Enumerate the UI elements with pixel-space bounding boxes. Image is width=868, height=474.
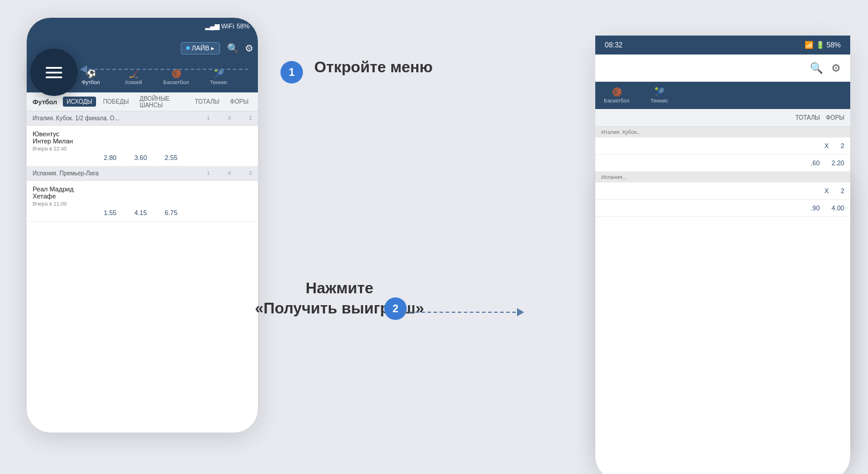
odds-col-xb: X <box>228 170 231 176</box>
odd-1-1[interactable]: 2.80 <box>104 154 116 161</box>
signal-icon: ▂▄▆ WiFi <box>205 23 234 30</box>
tennis-label2: Теннис <box>650 98 668 104</box>
step1-badge: 1 <box>280 61 303 84</box>
filter-pobedy[interactable]: ПОБЕДЫ <box>100 97 133 107</box>
odds-col-2: 2 <box>249 115 252 121</box>
match-odds-1: 2.80 3.60 2.55 <box>33 154 252 161</box>
partial-odd-x3[interactable]: X <box>825 187 829 194</box>
match-time-2: Вчера в 21:00 <box>33 201 252 207</box>
partial-odds-row1: X 2 <box>595 137 850 155</box>
partial-league-header: Италия. Кубок... <box>595 127 850 137</box>
partial-odd-2-3[interactable]: 2 <box>841 187 844 194</box>
partial-odd-2-1[interactable]: 2 <box>841 142 844 149</box>
filter-fory[interactable]: ФОРЫ <box>226 97 252 107</box>
battery-label: 58% <box>237 23 250 30</box>
live-arrow: ▸ <box>211 44 215 52</box>
step2-number: 2 <box>392 303 398 315</box>
basketball-label2: Баскетбол <box>604 98 630 104</box>
odds-col-1b: 1 <box>207 170 210 176</box>
match-teams-real: Реал МадридХетафе <box>33 185 252 200</box>
odds-col-1: 1 <box>207 115 210 121</box>
partial-odd-2-20[interactable]: 2.20 <box>832 159 844 166</box>
table-row: Реал МадридХетафе Вчера в 21:00 1.55 4.1… <box>27 181 258 222</box>
phone2-filter-icon[interactable]: ⚙ <box>831 62 841 75</box>
league-header-italia: Италия. Кубок. 1/2 финала. О... 1 X 2 <box>27 111 258 126</box>
hockey-label: Хоккей <box>125 79 142 85</box>
step1-text: Откройте меню <box>314 58 433 76</box>
filter-icon[interactable]: ⚙ <box>245 43 253 54</box>
step2-line1: Нажмите <box>306 279 374 297</box>
odd-2-2[interactable]: 6.75 <box>165 209 177 216</box>
filter-ishody[interactable]: ИСХОДЫ <box>63 97 95 107</box>
odd-1-x[interactable]: 3.60 <box>134 154 146 161</box>
basketball-label: Баскетбол <box>163 79 189 85</box>
partial-odds-row2: .60 2.20 <box>595 155 850 172</box>
table-row: ЮвентусИнтер Милан Вчера в 22:45 2.80 3.… <box>27 126 258 166</box>
filter-fory2[interactable]: ФОРЫ <box>826 114 844 121</box>
odd-1-2[interactable]: 2.55 <box>165 154 177 161</box>
odd-2-1[interactable]: 1.55 <box>104 209 116 216</box>
phone1-nav-icons: 🔍 ⚙ <box>227 43 253 54</box>
phone1-status-bar: ▂▄▆ WiFi 58% <box>27 18 258 34</box>
filter-double[interactable]: ДВОЙНЫЕ ШАНСЫ <box>136 94 187 110</box>
step1-number: 1 <box>289 66 295 79</box>
menu-circle[interactable] <box>30 49 78 96</box>
hamburger-icon <box>46 67 62 78</box>
football-label: Футбол <box>82 79 100 85</box>
dashed-line-1 <box>88 69 248 70</box>
arrow2 <box>403 308 524 316</box>
match-odds-2: 1.55 4.15 6.75 <box>33 209 252 216</box>
partial-league-header2: Испания... <box>595 172 850 182</box>
search-icon[interactable]: 🔍 <box>227 43 239 54</box>
odds-col-x: X <box>228 115 231 121</box>
match-teams-juventus: ЮвентусИнтер Милан <box>33 130 252 145</box>
partial-odd-1-90[interactable]: .90 <box>810 204 819 212</box>
live-label: ЛАЙВ <box>192 44 209 52</box>
arrow-right-icon <box>517 308 524 316</box>
partial-odd-x1[interactable]: X <box>825 142 829 149</box>
sport-tab2-basketball[interactable]: 🏀 Баскетбол <box>595 82 638 109</box>
basketball-icon2: 🏀 <box>612 87 622 97</box>
tennis-label: Теннис <box>210 79 227 85</box>
league-header-spain: Испания. Премьер-Лига 1 X 2 <box>27 166 258 181</box>
league-name-italia: Италия. Кубок. 1/2 финала. О... <box>33 115 119 121</box>
sport-tab2-tennis[interactable]: 🎾 Теннис <box>638 82 681 109</box>
tennis-icon2: 🎾 <box>655 87 665 97</box>
live-dot <box>186 46 190 50</box>
phone2-time: 08:32 <box>605 41 623 49</box>
partial-odds-row4: .90 4.00 <box>595 200 850 217</box>
partial-odd-1-60[interactable]: .60 <box>810 159 819 166</box>
step1-label: Откройте меню <box>314 58 433 76</box>
partial-odds-row3: X 2 <box>595 182 850 200</box>
phone2-status-icons: 📶 🔋 58% <box>805 41 841 49</box>
live-button[interactable]: ЛАЙВ ▸ <box>181 42 220 55</box>
arrow1 <box>80 65 248 73</box>
filter-totaly[interactable]: ТОТАЛЫ <box>192 97 224 107</box>
matches-content: Италия. Кубок. 1/2 финала. О... 1 X 2 Юв… <box>27 111 258 222</box>
match-time-1: Вчера в 22:45 <box>33 146 252 152</box>
filter-row: Футбол ИСХОДЫ ПОБЕДЫ ДВОЙНЫЕ ШАНСЫ ТОТАЛ… <box>27 92 258 111</box>
filter-totaly2[interactable]: ТОТАЛЫ <box>796 114 821 121</box>
partial-odd-4-00[interactable]: 4.00 <box>832 204 844 212</box>
sport-name: Футбол <box>33 98 57 105</box>
arrow-left-icon <box>80 65 87 73</box>
odd-2-x[interactable]: 4.15 <box>134 209 146 216</box>
odds-col-2b: 2 <box>249 170 252 176</box>
league-name-spain: Испания. Премьер-Лига <box>33 170 98 177</box>
dashed-line-2 <box>403 312 516 313</box>
phone2: 08:32 📶 🔋 58% 🔍 ⚙ 🏀 Баскетбол 🎾 Теннис Т… <box>595 36 850 217</box>
phone2-search-icon[interactable]: 🔍 <box>810 62 823 75</box>
phone2-status-bar: 08:32 📶 🔋 58% <box>595 36 850 55</box>
